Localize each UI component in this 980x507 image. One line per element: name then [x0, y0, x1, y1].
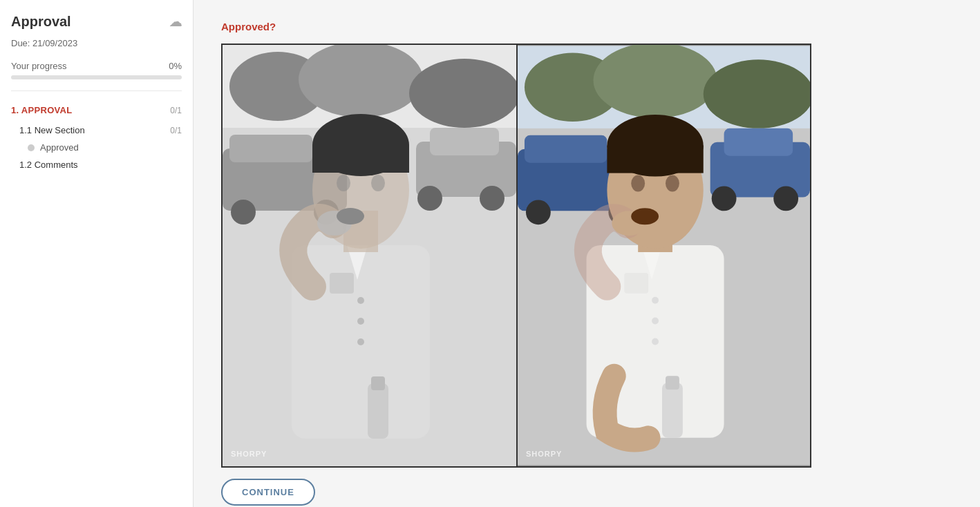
svg-point-33: [704, 59, 810, 128]
color-watermark: SHORPY: [526, 450, 562, 458]
svg-rect-57: [624, 273, 648, 294]
svg-point-4: [409, 59, 516, 128]
svg-point-20: [371, 175, 385, 191]
svg-point-3: [299, 45, 423, 117]
svg-point-19: [337, 175, 350, 191]
question-label: Approved?: [221, 21, 952, 32]
continue-button[interactable]: CONTINUE: [221, 479, 315, 506]
sidebar-item-approved[interactable]: Approved: [19, 141, 182, 154]
svg-point-22: [337, 208, 364, 224]
svg-point-7: [417, 186, 442, 211]
svg-point-40: [526, 200, 551, 224]
sidebar-divider: [11, 90, 182, 91]
subsection-comments[interactable]: 1.2 Comments: [19, 158, 182, 171]
image-panel-color: SHORPY: [516, 45, 810, 466]
app-title-row: Approval ☁: [11, 14, 182, 30]
svg-point-54: [652, 297, 659, 304]
svg-point-56: [652, 338, 659, 345]
svg-point-27: [357, 338, 364, 345]
svg-rect-23: [368, 383, 388, 439]
app-title: Approval: [11, 14, 71, 30]
color-photo-svg: [518, 45, 810, 466]
svg-point-32: [593, 45, 717, 118]
section-approval-header[interactable]: 1. APPROVAL 0/1: [11, 102, 182, 118]
progress-label-row: Your progress 0%: [11, 61, 182, 71]
svg-point-11: [231, 200, 256, 224]
section-approval-title: 1. APPROVAL: [11, 105, 73, 115]
subsection-new-section-label: 1.1 New Section: [19, 125, 85, 135]
svg-point-8: [480, 186, 505, 211]
svg-rect-47: [607, 146, 703, 173]
svg-rect-53: [666, 376, 679, 390]
subsection-new-section-count: 0/1: [170, 126, 182, 135]
svg-point-25: [357, 297, 364, 304]
svg-rect-6: [430, 128, 499, 155]
svg-point-26: [357, 318, 364, 325]
subsection-list: 1.1 New Section 0/1 Approved 1.2 Comment…: [11, 124, 182, 171]
svg-point-37: [773, 186, 798, 211]
main-content: Approved?: [194, 0, 980, 507]
bw-watermark: SHORPY: [231, 450, 267, 458]
svg-point-49: [666, 175, 679, 192]
subsection-new-section[interactable]: 1.1 New Section 0/1: [19, 124, 182, 137]
svg-rect-18: [312, 145, 409, 173]
progress-label: Your progress: [11, 61, 66, 71]
comments-label: 1.2 Comments: [19, 160, 78, 170]
cloud-icon: ☁: [169, 15, 182, 30]
svg-rect-28: [330, 273, 354, 294]
svg-point-36: [712, 186, 737, 211]
progress-bar-background: [11, 75, 182, 79]
sidebar: Approval ☁ Due: 21/09/2023 Your progress…: [0, 0, 194, 507]
svg-rect-24: [371, 376, 385, 390]
svg-point-55: [652, 318, 659, 325]
svg-point-48: [631, 175, 645, 192]
svg-rect-39: [525, 135, 607, 163]
progress-section: Your progress 0%: [11, 61, 182, 79]
image-panel-bw: SHORPY: [223, 45, 516, 466]
image-comparison: SHORPY: [221, 44, 811, 468]
section-approval-count: 0/1: [170, 106, 182, 115]
dot-icon: [28, 144, 35, 151]
approved-item-label: Approved: [40, 142, 79, 153]
question-text: Approved?: [221, 21, 276, 32]
progress-percent: 0%: [169, 61, 182, 71]
svg-rect-35: [724, 128, 793, 156]
svg-point-51: [631, 208, 659, 224]
svg-rect-52: [662, 383, 683, 438]
bw-photo-svg: [223, 45, 516, 466]
svg-rect-10: [229, 135, 312, 162]
due-date: Due: 21/09/2023: [11, 38, 182, 48]
